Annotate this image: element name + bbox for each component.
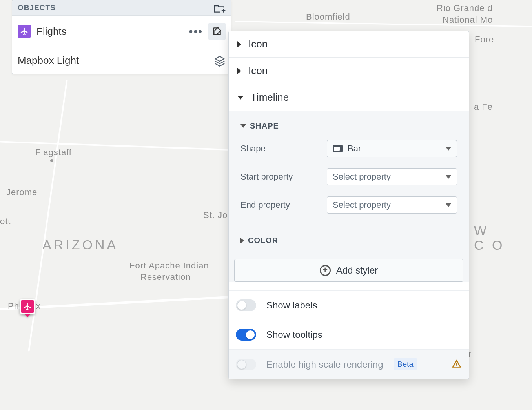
layer-name: Flights bbox=[36, 25, 181, 38]
map-label-stjo: St. Jo bbox=[203, 210, 228, 220]
map-label-rio-grande: Rio Grande d bbox=[437, 3, 493, 13]
end-property-select[interactable]: Select property bbox=[327, 196, 457, 214]
map-label-fort-apache-1: Fort Apache Indian bbox=[129, 261, 209, 271]
start-property-select[interactable]: Select property bbox=[327, 168, 457, 185]
plus-circle-icon bbox=[320, 265, 331, 276]
divider bbox=[240, 225, 457, 225]
shape-select[interactable]: Bar bbox=[327, 140, 457, 157]
field-label: End property bbox=[240, 200, 319, 210]
map-label-bloomfield: Bloomfield bbox=[306, 12, 350, 22]
map-label-national-mo: National Mo bbox=[443, 15, 493, 25]
timeline-body: SHAPE Shape Bar Start property Select pr… bbox=[229, 111, 469, 282]
objects-header: OBJECTS bbox=[12, 0, 231, 16]
toggle-label: Enable high scale rendering bbox=[266, 359, 383, 370]
field-label: Shape bbox=[240, 143, 319, 154]
color-subheader[interactable]: COLOR bbox=[229, 230, 469, 253]
caret-down-icon bbox=[237, 96, 244, 100]
show-labels-row: Show labels bbox=[229, 290, 469, 320]
high-scale-row: Enable high scale rendering Beta bbox=[229, 349, 469, 379]
show-tooltips-toggle[interactable] bbox=[236, 329, 256, 341]
show-tooltips-row: Show tooltips bbox=[229, 320, 469, 349]
style-popup: Icon Icon Timeline SHAPE Shape Bar Start… bbox=[228, 31, 469, 379]
airplane-icon bbox=[20, 299, 35, 314]
caret-icon bbox=[237, 41, 241, 47]
layer-row-basemap[interactable]: Mapbox Light bbox=[12, 47, 231, 74]
end-property-field: End property Select property bbox=[229, 191, 469, 219]
objects-panel: OBJECTS Flights ••• Mapbox Light bbox=[12, 0, 231, 74]
layer-name: Mapbox Light bbox=[18, 54, 208, 67]
subheader-label: SHAPE bbox=[250, 122, 279, 131]
start-property-field: Start property Select property bbox=[229, 163, 469, 191]
map-city-dot bbox=[50, 159, 53, 162]
caret-right-icon bbox=[240, 238, 244, 243]
map-label-fore: Fore bbox=[475, 34, 494, 45]
map-label-fort-apache-2: Reservation bbox=[140, 272, 191, 282]
map-label-jerome: Jerome bbox=[6, 187, 37, 198]
accordion-label: Icon bbox=[248, 65, 268, 77]
chevron-down-icon bbox=[446, 203, 451, 207]
accordion-icon-1[interactable]: Icon bbox=[229, 31, 469, 58]
high-scale-toggle[interactable] bbox=[236, 359, 256, 370]
caret-down-icon bbox=[240, 124, 246, 128]
chevron-down-icon bbox=[446, 147, 451, 151]
select-value: Select property bbox=[333, 200, 441, 210]
toggle-label: Show labels bbox=[266, 300, 317, 311]
accordion-label: Icon bbox=[248, 38, 268, 50]
map-label-flagstaff: Flagstaff bbox=[35, 147, 72, 158]
select-value: Bar bbox=[348, 143, 441, 154]
select-value: Select property bbox=[333, 172, 441, 182]
toggle-label: Show tooltips bbox=[266, 329, 322, 340]
accordion-timeline[interactable]: Timeline bbox=[229, 84, 469, 111]
map-label-wco: WC O bbox=[474, 223, 505, 253]
add-styler-label: Add styler bbox=[336, 265, 378, 276]
accordion-label: Timeline bbox=[251, 91, 289, 103]
map-label-arizona: ARIZONA bbox=[42, 237, 118, 252]
shape-field: Shape Bar bbox=[229, 134, 469, 163]
map-label-afe: a Fe bbox=[474, 102, 493, 112]
shape-subheader[interactable]: SHAPE bbox=[229, 116, 469, 134]
field-label: Start property bbox=[240, 172, 319, 182]
bar-icon bbox=[333, 145, 343, 152]
caret-icon bbox=[237, 68, 241, 74]
beta-tag: Beta bbox=[394, 358, 417, 370]
accordion-icon-2[interactable]: Icon bbox=[229, 58, 469, 84]
warning-icon[interactable] bbox=[452, 359, 462, 370]
add-styler-button[interactable]: Add styler bbox=[234, 259, 463, 282]
subheader-label: COLOR bbox=[248, 236, 278, 245]
objects-title: OBJECTS bbox=[18, 4, 56, 12]
map-marker[interactable] bbox=[20, 299, 35, 319]
airplane-icon bbox=[18, 25, 31, 38]
add-folder-icon[interactable] bbox=[214, 4, 226, 12]
show-labels-toggle[interactable] bbox=[236, 299, 256, 311]
chevron-down-icon bbox=[446, 175, 451, 179]
edit-button[interactable] bbox=[208, 23, 226, 40]
layers-icon[interactable] bbox=[214, 55, 226, 67]
layer-row-flights[interactable]: Flights ••• bbox=[12, 16, 231, 47]
map-label-ott: ott bbox=[0, 216, 11, 227]
